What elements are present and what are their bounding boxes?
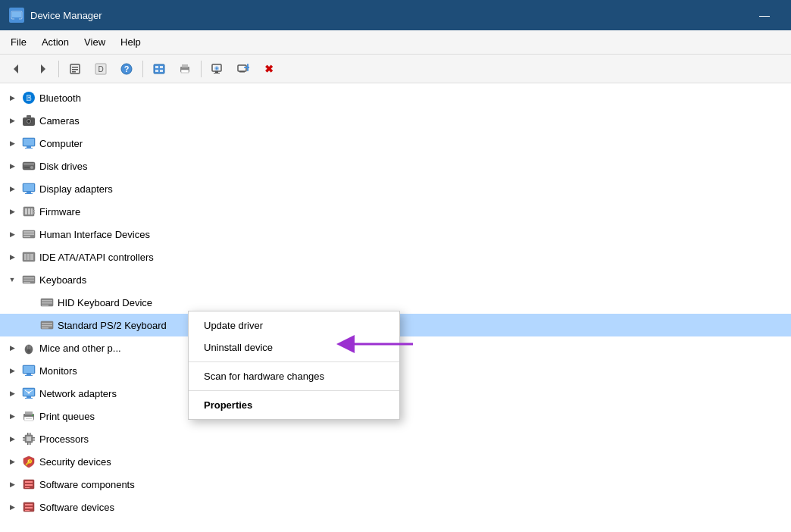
- scan-button[interactable]: ◉: [205, 58, 230, 80]
- app-icon: [9, 8, 24, 23]
- forward-button[interactable]: [30, 58, 55, 80]
- svg-point-43: [30, 166, 33, 169]
- svg-rect-104: [23, 440, 25, 441]
- svg-rect-63: [27, 254, 30, 260]
- context-menu-scan-hardware[interactable]: Scan for hardware changes: [189, 365, 399, 387]
- computer-label: Computer: [39, 138, 83, 149]
- tree-item-securitydevices[interactable]: ▶ 🔑 Security devices: [0, 450, 791, 473]
- tree-item-hid[interactable]: ▶ Human Interface Devices: [0, 223, 791, 246]
- collapse-arrow-keyboards[interactable]: ▼: [6, 274, 18, 286]
- expand-arrow-mice[interactable]: ▶: [6, 342, 18, 354]
- expand-arrow-networkadapters[interactable]: ▶: [6, 387, 18, 399]
- security-devices-icon: 🔑: [21, 454, 36, 469]
- hid-label: Human Interface Devices: [39, 229, 150, 240]
- svg-rect-95: [26, 418, 32, 419]
- svg-rect-48: [25, 193, 33, 194]
- svg-rect-20: [182, 64, 188, 67]
- context-menu-update-driver[interactable]: Update driver: [189, 315, 399, 336]
- expand-arrow-cameras[interactable]: ▶: [6, 114, 18, 127]
- ps2-keyboard-icon: [39, 318, 55, 333]
- svg-rect-109: [25, 481, 33, 483]
- tree-item-softwarecomponents[interactable]: ▶ Software components: [0, 473, 791, 496]
- svg-rect-40: [25, 148, 33, 149]
- svg-text:D: D: [98, 65, 103, 74]
- expand-arrow-monitors[interactable]: ▶: [6, 365, 18, 377]
- firmware-label: Firmware: [39, 206, 80, 217]
- hid-keyboard-icon: [39, 295, 55, 310]
- svg-rect-105: [33, 437, 35, 439]
- tree-item-processors[interactable]: ▶ Processors: [0, 427, 791, 450]
- hid-keyboard-label: HID Keyboard Device: [58, 297, 152, 308]
- svg-rect-14: [154, 64, 164, 74]
- tree-item-firmware[interactable]: ▶ Firmware: [0, 200, 791, 223]
- svg-rect-24: [214, 73, 220, 74]
- toolbar: D ? ◉: [0, 55, 791, 83]
- expand-arrow-hid[interactable]: ▶: [6, 228, 18, 240]
- help-button[interactable]: ?: [114, 58, 139, 80]
- svg-text:?: ?: [124, 64, 130, 74]
- menu-view[interactable]: View: [77, 33, 113, 51]
- tree-item-displayadapters[interactable]: ▶ Display adapters: [0, 177, 791, 200]
- computer-icon: [21, 136, 36, 151]
- svg-rect-58: [23, 231, 34, 233]
- network-adapters-icon: [21, 386, 36, 401]
- svg-rect-74: [42, 323, 52, 324]
- ide-icon: [21, 249, 36, 264]
- context-menu-sep-2: [189, 390, 399, 391]
- monitors-label: Monitors: [39, 365, 77, 377]
- back-button[interactable]: [5, 58, 29, 80]
- svg-rect-103: [23, 437, 25, 439]
- view-toggle-button[interactable]: [147, 58, 171, 80]
- title-bar: Device Manager —: [0, 0, 791, 30]
- menu-bar: File Action View Help: [0, 30, 791, 55]
- tree-item-computer[interactable]: ▶ Computer: [0, 132, 791, 155]
- software-devices-label: Software devices: [39, 502, 114, 513]
- window-controls[interactable]: —: [747, 0, 782, 30]
- expand-arrow-softwaredevices[interactable]: ▶: [6, 501, 18, 513]
- svg-rect-50: [25, 208, 27, 214]
- expand-arrow-diskdrives[interactable]: ▶: [6, 160, 18, 172]
- properties-button[interactable]: [63, 58, 87, 80]
- tree-item-diskdrives[interactable]: ▶ Disk drives: [0, 155, 791, 177]
- context-menu-properties[interactable]: Properties: [189, 394, 399, 416]
- svg-rect-99: [27, 433, 29, 435]
- tree-item-keyboards[interactable]: ▼ Keyboards: [0, 268, 791, 291]
- expand-arrow-bluetooth[interactable]: ▶: [6, 92, 18, 104]
- processors-icon: [21, 431, 36, 446]
- svg-rect-68: [23, 282, 30, 283]
- tree-item-ide[interactable]: ▶ IDE ATA/ATAPI controllers: [0, 246, 791, 268]
- title-bar-left: Device Manager: [9, 8, 102, 23]
- expand-arrow-securitydevices[interactable]: ▶: [6, 455, 18, 468]
- remove-device-button[interactable]: ✖: [257, 58, 281, 80]
- svg-text:🔑: 🔑: [25, 458, 33, 466]
- svg-rect-98: [27, 437, 31, 441]
- print-button[interactable]: [173, 58, 197, 80]
- menu-action[interactable]: Action: [34, 33, 77, 51]
- device-tree[interactable]: ▶ 𝔹 Bluetooth ▶ Cameras: [0, 83, 791, 532]
- expand-arrow-computer[interactable]: ▶: [6, 137, 18, 149]
- expand-arrow-printqueues[interactable]: ▶: [6, 410, 18, 422]
- menu-help[interactable]: Help: [113, 33, 149, 51]
- svg-rect-75: [42, 325, 52, 327]
- update-driver-button[interactable]: D: [89, 58, 113, 80]
- minimize-button[interactable]: —: [747, 0, 782, 30]
- svg-rect-70: [42, 300, 52, 302]
- context-menu-uninstall-device[interactable]: Uninstall device: [189, 336, 399, 358]
- expand-arrow-displayadapters[interactable]: ▶: [6, 183, 18, 195]
- svg-rect-27: [239, 71, 245, 73]
- expand-arrow-processors[interactable]: ▶: [6, 433, 18, 445]
- expand-arrow-softwarecomponents[interactable]: ▶: [6, 478, 18, 490]
- add-device-button[interactable]: [231, 58, 255, 80]
- svg-rect-87: [27, 396, 31, 398]
- cameras-icon: [21, 113, 36, 128]
- tree-item-cameras[interactable]: ▶ Cameras: [0, 109, 791, 132]
- tree-item-bluetooth[interactable]: ▶ 𝔹 Bluetooth: [0, 86, 791, 109]
- svg-text:✖: ✖: [264, 63, 274, 75]
- expand-arrow-ide[interactable]: ▶: [6, 251, 18, 263]
- print-queues-icon: [21, 408, 36, 424]
- tree-item-softwaredevices[interactable]: ▶ Software devices: [0, 496, 791, 518]
- expand-arrow-firmware[interactable]: ▶: [6, 205, 18, 217]
- menu-file[interactable]: File: [3, 33, 34, 51]
- svg-rect-2: [13, 20, 20, 20]
- ide-label: IDE ATA/ATAPI controllers: [39, 252, 154, 263]
